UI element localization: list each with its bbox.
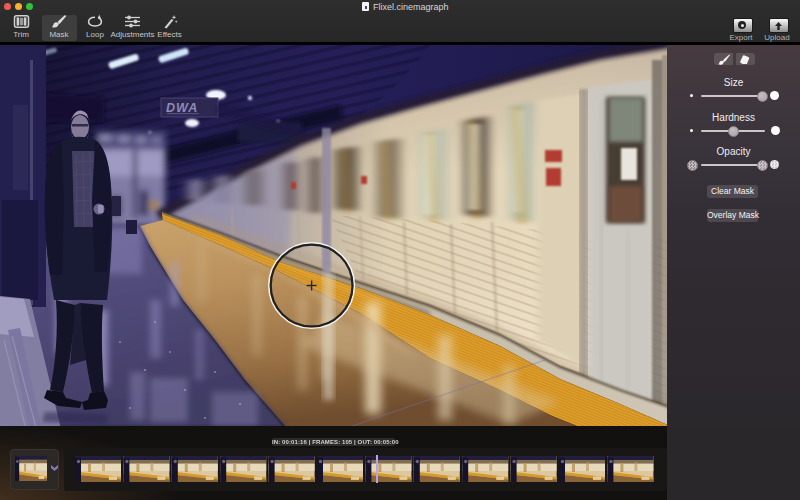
svg-text:DWA: DWA: [166, 101, 198, 115]
